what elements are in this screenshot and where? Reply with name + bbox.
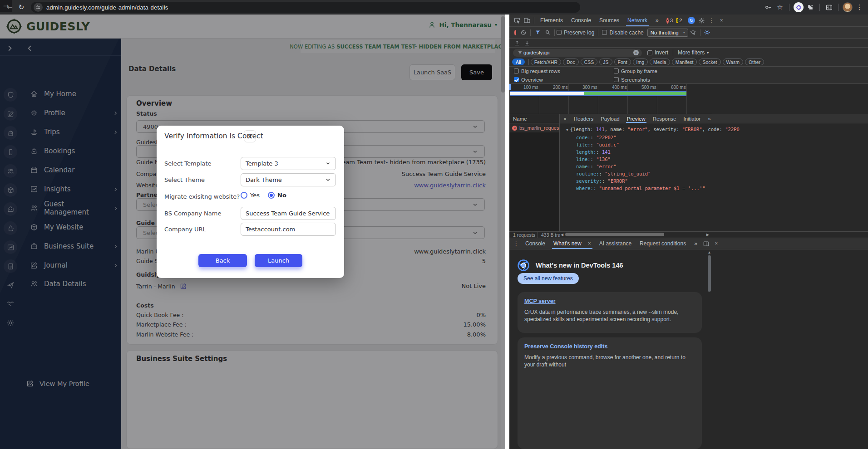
filter-query[interactable]: guideslyapi: [523, 50, 550, 55]
extensions-puzzle-icon[interactable]: [804, 1, 816, 13]
drawer-menu-kebab[interactable]: ⋮: [511, 238, 521, 249]
profile-avatar[interactable]: [842, 1, 853, 13]
screenshots-checkbox[interactable]: Screenshots: [614, 77, 705, 83]
close-detail-icon[interactable]: ×: [560, 114, 570, 123]
triangle-expanded-icon[interactable]: ▼: [566, 127, 568, 134]
disable-cache-checkbox[interactable]: Disable cache: [602, 29, 643, 36]
reload-button[interactable]: ↻: [15, 1, 27, 13]
scrollbar-thumb[interactable]: [565, 233, 664, 236]
bookmark-star-icon[interactable]: ☆: [774, 1, 786, 13]
close-drawer-icon[interactable]: ×: [711, 238, 721, 249]
launch-button[interactable]: Launch: [255, 254, 302, 267]
error-badge-icon[interactable]: ×: [666, 18, 669, 24]
settings-gear-icon[interactable]: [696, 15, 706, 26]
tab-preview[interactable]: Preview: [623, 114, 649, 123]
side-panel-search-icon[interactable]: [823, 1, 835, 13]
more-detail-tabs-icon[interactable]: »: [704, 114, 714, 123]
scroll-up-icon[interactable]: ▲: [707, 250, 711, 254]
devtools-divider[interactable]: [505, 15, 509, 449]
template-select[interactable]: Template 3: [241, 157, 336, 170]
name-column-header[interactable]: Name: [509, 114, 559, 123]
device-toolbar-icon[interactable]: [522, 15, 532, 26]
close-tab-icon[interactable]: ×: [588, 240, 591, 247]
drawer-tab-request-conditions[interactable]: Request conditions: [636, 238, 690, 249]
devtools-close-icon[interactable]: ×: [716, 15, 726, 26]
preserve-log-checkbox[interactable]: Preserve log: [557, 29, 594, 36]
network-settings-gear-icon[interactable]: [702, 27, 712, 38]
close-icon[interactable]: ×: [244, 130, 256, 142]
chip-socket[interactable]: Socket: [699, 59, 720, 65]
drawer-scrollbar-thumb[interactable]: [708, 255, 711, 292]
chip-font[interactable]: Font: [614, 59, 631, 65]
invert-checkbox[interactable]: Invert: [647, 49, 668, 56]
warning-count[interactable]: 2: [679, 18, 682, 23]
drawer-tab-whats-new[interactable]: What's new×: [549, 238, 595, 249]
key-icon[interactable]: [762, 1, 774, 13]
tab-elements[interactable]: Elements: [536, 15, 567, 26]
address-bar[interactable]: admin.guidesly.com/guide-admin/data-deta…: [31, 2, 580, 13]
chip-media[interactable]: Media: [650, 59, 670, 65]
more-tabs-icon[interactable]: »: [651, 15, 663, 26]
site-info-icon[interactable]: [34, 3, 43, 12]
clear-filter-icon[interactable]: ×: [633, 50, 639, 55]
bs-company-name-input[interactable]: [241, 207, 336, 220]
scroll-left-icon[interactable]: ◀: [561, 233, 563, 237]
import-har-icon[interactable]: [522, 39, 532, 47]
tab-payload[interactable]: Payload: [597, 114, 623, 123]
drawer-scrollbar[interactable]: ▲: [707, 250, 711, 448]
request-row[interactable]: × bs_marlin_request: [509, 123, 559, 132]
browser-menu-kebab[interactable]: ⋮: [853, 1, 865, 13]
big-request-rows-checkbox[interactable]: Big request rows: [514, 68, 614, 74]
error-count[interactable]: 3: [670, 18, 673, 23]
back-button[interactable]: Back: [198, 254, 247, 267]
devtools-menu-kebab[interactable]: ⋮: [706, 15, 716, 26]
radio-yes[interactable]: Yes: [241, 192, 260, 199]
throttling-select[interactable]: No throttling▾: [647, 29, 688, 37]
radio-no-circle[interactable]: [268, 192, 275, 199]
request-name[interactable]: bs_marlin_request: [519, 125, 559, 131]
network-overview-strip[interactable]: [510, 91, 686, 96]
tab-console[interactable]: Console: [567, 15, 595, 26]
extension-badge-icon[interactable]: [793, 1, 804, 13]
radio-no[interactable]: No: [268, 192, 286, 199]
drawer-tab-ai-assistance[interactable]: AI assistance: [595, 238, 636, 249]
tab-sources[interactable]: Sources: [595, 15, 623, 26]
tab-initiator[interactable]: Initiator: [680, 114, 704, 123]
chip-css[interactable]: CSS: [581, 59, 598, 65]
chip-fetch-xhr[interactable]: Fetch/XHR: [531, 59, 561, 65]
scroll-right-icon[interactable]: ▶: [706, 233, 709, 237]
chip-wasm[interactable]: Wasm: [723, 59, 743, 65]
chip-other[interactable]: Other: [745, 59, 764, 65]
company-url-input[interactable]: [241, 223, 336, 236]
filter-funnel-icon[interactable]: [533, 27, 542, 38]
json-summary-line[interactable]: ▼{length: 141, name: "error", severity: …: [566, 126, 868, 134]
tab-response[interactable]: Response: [649, 114, 680, 123]
chip-img[interactable]: Img: [633, 59, 648, 65]
drawer-tab-console[interactable]: Console: [521, 238, 549, 249]
theme-select[interactable]: Dark Theme: [241, 173, 336, 186]
more-filters-button[interactable]: More filters▾: [678, 49, 709, 56]
split-panel-icon[interactable]: [701, 238, 711, 249]
chip-all[interactable]: All: [512, 59, 525, 65]
clear-icon[interactable]: [518, 27, 528, 38]
export-har-icon[interactable]: [512, 39, 522, 47]
forward-button[interactable]: →: [0, 0, 12, 12]
group-by-frame-checkbox[interactable]: Group by frame: [614, 68, 705, 74]
chip-doc[interactable]: Doc: [563, 59, 579, 65]
network-conditions-icon[interactable]: [688, 27, 698, 38]
mcp-server-link[interactable]: MCP server: [524, 298, 556, 304]
more-drawer-tabs-icon[interactable]: »: [690, 238, 701, 249]
devtools-extension-icon[interactable]: ↻: [686, 15, 696, 26]
radio-yes-circle[interactable]: [241, 192, 247, 199]
horizontal-scrollbar[interactable]: ◀ ▶: [561, 232, 709, 237]
overview-checkbox[interactable]: Overview: [514, 77, 614, 83]
warning-badge-icon[interactable]: !: [676, 18, 678, 23]
chip-js[interactable]: JS: [599, 59, 612, 65]
chip-manifest[interactable]: Manifest: [672, 59, 697, 65]
url-text[interactable]: admin.guidesly.com/guide-admin/data-deta…: [46, 4, 168, 11]
see-all-features-button[interactable]: See all new features: [518, 273, 579, 284]
filter-input[interactable]: guideslyapi ×: [513, 49, 642, 57]
preserve-console-history-link[interactable]: Preserve Console history edits: [524, 343, 607, 350]
record-icon[interactable]: [514, 30, 516, 35]
tab-network[interactable]: Network: [623, 15, 651, 26]
